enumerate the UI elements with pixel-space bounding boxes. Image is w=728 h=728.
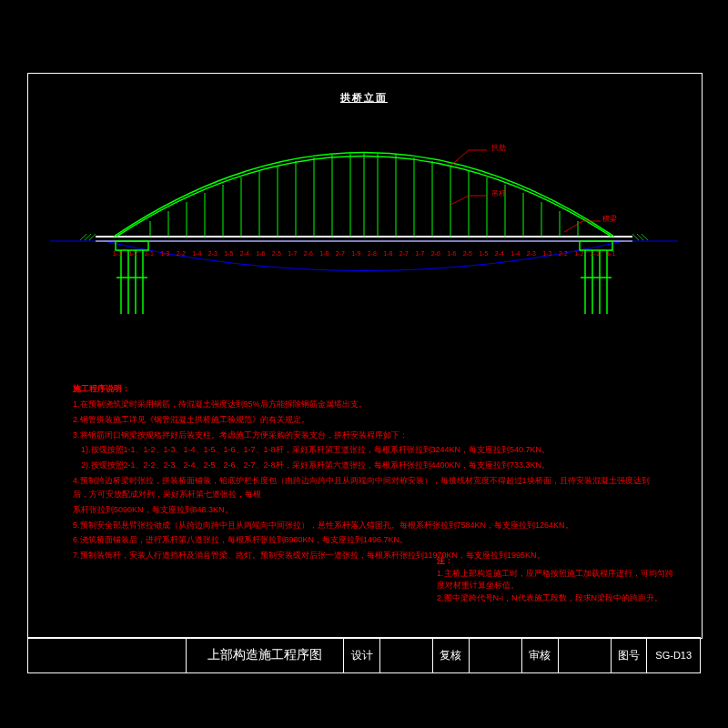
svg-line-48 xyxy=(450,196,469,205)
hanger-number: 1-3 xyxy=(157,250,174,257)
hanger-number: 1-5 xyxy=(221,250,238,257)
hanger-number: 1-5 xyxy=(476,250,492,257)
hanger-number: 2-7 xyxy=(396,250,412,257)
annotation-arch: 拱肋 xyxy=(491,143,506,153)
note-item: 系杆张拉到5090KN，每支座拉到848.3KN。 xyxy=(73,503,655,517)
tb-blank xyxy=(27,637,187,673)
tb-check-value xyxy=(470,637,523,673)
hanger-number: 2-7 xyxy=(332,250,349,257)
hanger-number: 2-4 xyxy=(491,250,508,257)
note-item: 2.钢管拼装施工详见《钢管混凝土拱桥施工验规范》的有关规定。 xyxy=(73,413,655,427)
notes-header: 施工程序说明： xyxy=(73,382,655,396)
side-note-item: 2.图中梁跨代号N-i，N代表施工段数，段求N梁段中的跨距升。 xyxy=(437,592,673,605)
note-item: 6.浇筑桥面铺装后，进行系杆第八道张拉，每根系杆张拉到8980KN，每支座拉到1… xyxy=(73,533,655,547)
tb-review-value xyxy=(559,637,612,673)
hanger-number: 2-8 xyxy=(364,250,380,257)
side-note-item: 1.主桥上部构造施工时，应严格按照施工加载程序进行，可均匀跨度对材重计算坐标值。 xyxy=(437,568,673,592)
tb-design-label: 设计 xyxy=(344,637,379,673)
hanger-number: 1-9 xyxy=(349,250,365,257)
hanger-number: 2-3 xyxy=(205,250,221,257)
cad-drawing-page: 拱桥立面 xyxy=(0,0,728,728)
hanger-number: 1-7 xyxy=(412,250,429,257)
construction-notes: 施工程序说明： 1.在预制浇筑梁时采用钢筋，待混凝土强度达到95%后方能拆除钢筋… xyxy=(73,382,655,564)
hanger-number: 2-2 xyxy=(173,250,189,257)
note-item: 4.预制跨边桥梁时张拉，拼装桥面铺装，铅底护栏长度包（由跨边向跨中且从两端向中间… xyxy=(73,474,655,501)
note-item: 1).按缓按照1-1、1-2、1-3、1-4、1-5、1-6、1-7、1-8杆，… xyxy=(73,443,655,457)
tb-sheet-value: SG-D13 xyxy=(647,637,701,673)
tb-review-label: 审核 xyxy=(522,637,558,673)
hanger-number: 1-8 xyxy=(380,250,397,257)
hanger-number: 1-6 xyxy=(444,250,460,257)
hanger-number: 1-4 xyxy=(508,250,524,257)
svg-line-46 xyxy=(450,150,469,166)
annotation-beam: 横梁 xyxy=(602,214,617,224)
side-notes: 注： 1.主桥上部构造施工时，应严格按照施工加载程序进行，可均匀跨度对材重计算坐… xyxy=(437,555,673,604)
hanger-number: 2-1 xyxy=(141,250,157,257)
note-item: 1.在预制浇筑梁时采用钢筋，待混凝土强度达到95%后方能拆除钢筋金属塔出支。 xyxy=(73,398,655,411)
hanger-number: 1-1 xyxy=(109,250,126,257)
hanger-number-row: 1-11-22-11-32-21-42-31-52-41-62-51-72-61… xyxy=(109,250,619,257)
hanger-number: 1-2 xyxy=(126,250,142,257)
annotation-hanger: 吊杆 xyxy=(491,188,506,198)
tb-check-label: 复核 xyxy=(433,637,469,673)
hanger-number: 2-2 xyxy=(555,250,571,257)
hanger-number: 1-8 xyxy=(317,250,333,257)
hanger-number: 1-4 xyxy=(189,250,206,257)
tb-design-value xyxy=(380,637,434,673)
hanger-number: 2-4 xyxy=(237,250,253,257)
title-block: 上部构造施工程序图 设计 复核 审核 图号 SG-D13 xyxy=(27,637,701,673)
hanger-number: 2-1 xyxy=(587,250,603,257)
hanger-number: 1-1 xyxy=(603,250,620,257)
side-note-header: 注： xyxy=(437,555,673,568)
bridge-elevation xyxy=(50,105,678,314)
note-item: 3.将钢筋闭口钢梁按规格拌好后装支柱。考虑施工方便采购的安装支台，拼杆安装程序如… xyxy=(73,429,655,442)
note-item: 5.预制安全部悬臂张拉做成（从跨边向跨中且从两端向中间张拉），悬性系杆落入锚固孔… xyxy=(73,519,655,532)
hanger-number: 2-6 xyxy=(428,250,444,257)
drawing-title: 拱桥立面 xyxy=(340,91,388,105)
hanger-number: 2-3 xyxy=(523,250,540,257)
hanger-number: 1-6 xyxy=(253,250,269,257)
note-item: 2).按缓按照2-1、2-2、2-3、2-4、2-5、2-6、2-7、2-8杆，… xyxy=(73,459,655,472)
tb-sheet-label: 图号 xyxy=(612,637,647,673)
hanger-number: 1-2 xyxy=(571,250,588,257)
tb-drawing-title: 上部构造施工程序图 xyxy=(187,637,345,673)
hanger-number: 1-3 xyxy=(540,250,556,257)
hanger-number: 1-7 xyxy=(285,250,301,257)
hanger-number: 2-5 xyxy=(460,250,476,257)
hanger-number: 2-5 xyxy=(268,250,285,257)
svg-line-50 xyxy=(564,221,582,232)
hanger-number: 2-6 xyxy=(300,250,317,257)
